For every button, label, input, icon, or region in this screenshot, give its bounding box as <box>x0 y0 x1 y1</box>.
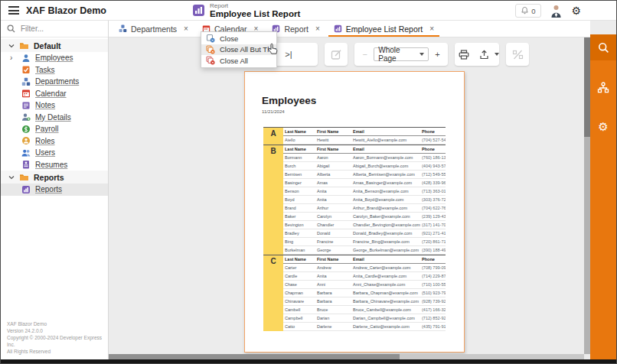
notes-icon <box>21 101 31 110</box>
tab-strip: Departments × Calendar × Report × Employ… <box>109 21 590 37</box>
export-button[interactable] <box>475 43 493 66</box>
table-row: BasingerAmasAmas_Basinger@example.com(42… <box>283 179 446 187</box>
export-dropdown-caret[interactable] <box>495 53 499 56</box>
group-letter: C <box>263 255 283 331</box>
report-page[interactable]: Employees 11/21/2024 A Last NameFirst Na… <box>244 71 465 353</box>
export-options-gear-icon[interactable]: ⚙ <box>590 114 616 140</box>
app-header: XAF Blazor Demo Report Employee List Rep… <box>1 1 616 21</box>
zoom-out-button: − <box>356 43 374 66</box>
edit-icon <box>331 49 342 60</box>
table-row: ChapmanBarbaraBarbara_Chapman@example.co… <box>283 289 446 297</box>
sidebar-item-notes[interactable]: Notes <box>1 99 108 112</box>
about-info: XAF Blazor Demo Version 24.2.0.0 Copyrig… <box>7 320 105 355</box>
sidebar-item-users[interactable]: Users <box>1 147 108 159</box>
table-row: ChinavareBarbaraBarbara_Chinavare@exampl… <box>283 297 446 306</box>
close-tab-icon <box>206 34 215 43</box>
filter-input[interactable] <box>21 24 97 33</box>
document-map-button[interactable] <box>590 74 616 100</box>
search-panel-button[interactable] <box>590 34 616 60</box>
tab-employee-list-report[interactable]: Employee List Report × <box>327 21 441 37</box>
table-row: CampbellDarianDarian_Campbell@example.co… <box>283 314 446 323</box>
sidebar-item-my-details[interactable]: My Details <box>1 112 108 124</box>
resumes-icon <box>21 160 31 169</box>
zoom-in-button[interactable]: + <box>429 43 446 66</box>
zoom-select[interactable]: Whole Page <box>374 47 428 61</box>
roles-icon <box>21 136 31 145</box>
context-menu-close-all-but-this[interactable]: Close All But This <box>201 44 276 56</box>
sidebar-item-resumes[interactable]: Resumes <box>1 159 108 171</box>
table-row: CardleAnitaAnita_Cardle@example.com(714)… <box>283 272 446 281</box>
vertical-scrollbar[interactable] <box>584 37 590 354</box>
employee-table: A Last NameFirst NameEmailPhone AielloHe… <box>263 127 446 331</box>
report-icon <box>21 185 31 194</box>
editing-fields-button <box>325 43 348 66</box>
departments-icon <box>21 77 31 86</box>
context-menu-close[interactable]: Close <box>201 33 276 44</box>
report-icon <box>334 24 342 33</box>
settings-gear-icon[interactable]: ⚙ <box>571 4 581 18</box>
sidebar-item-calendar[interactable]: Calendar <box>1 88 108 100</box>
table-row: BormannAaronAaron_Bormann@example.com(76… <box>283 154 446 162</box>
table-header: Last NameFirst NameEmailPhone <box>283 128 446 136</box>
close-icon[interactable]: × <box>429 24 434 33</box>
departments-icon <box>119 24 127 33</box>
sidebar-item-payroll[interactable]: Payroll <box>1 123 108 135</box>
last-page-button[interactable]: >| <box>279 43 299 66</box>
my-details-icon <box>21 112 31 122</box>
app-title: XAF Blazor Demo <box>26 5 106 16</box>
tab-departments[interactable]: Departments × <box>112 21 195 37</box>
table-row: CambellBruceBruce_Cambell@example.com(41… <box>283 306 446 314</box>
table-row: BensonAnitaAnita_Benson@example.com(713)… <box>283 187 446 196</box>
notification-count: 0 <box>531 7 535 15</box>
close-icon[interactable]: × <box>315 24 320 33</box>
expand-icon[interactable]: › <box>10 54 17 62</box>
calendar-icon <box>21 89 31 98</box>
employees-icon <box>21 54 31 63</box>
sidebar-item-reports[interactable]: Reports <box>1 184 108 196</box>
group-c: C Last NameFirst NameEmailPhone CarterAn… <box>263 255 446 331</box>
table-row: CarterAndrewAndrew_Carter@example.com(70… <box>283 264 446 272</box>
table-row: BerntsenAlbertaAlberta_Berntsen@example.… <box>283 171 446 179</box>
report-title: Employees <box>262 95 316 106</box>
tasks-icon <box>21 65 31 74</box>
mouse-cursor-hand <box>268 43 279 56</box>
chevron-down-icon <box>8 175 15 180</box>
page-title: Employee List Report <box>210 10 300 18</box>
users-icon <box>21 148 31 158</box>
sidebar-item-tasks[interactable]: Tasks <box>1 64 108 76</box>
folder-icon <box>19 41 29 50</box>
print-export-group <box>455 43 499 66</box>
group-b: B Last NameFirst NameEmailPhone BormannA… <box>263 145 446 255</box>
report-icon <box>192 4 205 17</box>
notifications-button[interactable]: 0 <box>515 4 541 18</box>
print-button[interactable] <box>455 43 473 66</box>
sidebar-item-departments[interactable]: Departments <box>1 76 108 88</box>
avatar[interactable] <box>550 5 562 18</box>
sidebar-item-roles[interactable]: Roles <box>1 135 108 148</box>
table-row: ChaseAnniAnni_Chase@example.com(710) 100… <box>283 281 446 289</box>
window-bottom-edge <box>1 359 616 363</box>
zoom-group: − Whole Page + <box>354 43 448 66</box>
group-letter: A <box>263 128 283 145</box>
bell-icon <box>521 7 528 15</box>
table-row: BurchAbigailAbigail_Burch@example.com(40… <box>283 162 446 171</box>
sidebar-item-employees[interactable]: › Employees <box>1 52 108 64</box>
search-toggle-button <box>506 43 529 66</box>
group-letter: B <box>263 145 283 255</box>
chevron-down-icon <box>8 44 15 48</box>
group-a: A Last NameFirst NameEmailPhone AielloHe… <box>263 127 446 145</box>
table-row: BurkelmanGeorgeGeorge_Burkelman@example.… <box>283 246 446 255</box>
context-menu-close-all[interactable]: Close All <box>201 55 276 67</box>
nav-group-reports[interactable]: Reports <box>1 171 108 184</box>
close-all-but-this-icon <box>206 45 215 54</box>
nav-group-default[interactable]: Default <box>1 39 108 52</box>
table-row: BoydAnitaAnita_Boyd@example.com(303) 376… <box>283 196 446 204</box>
zoom-value: Whole Page <box>378 46 414 63</box>
table-row: BingFrancineFrancine_Bing@example.com(72… <box>283 238 446 246</box>
payroll-icon <box>21 125 31 134</box>
hamburger-menu-icon[interactable] <box>8 6 19 15</box>
tab-context-menu: Close Close All But This Close All <box>201 31 277 68</box>
search-icon <box>7 24 15 33</box>
vertical-scrollbar-thumb[interactable] <box>584 37 590 137</box>
close-icon[interactable]: × <box>184 24 188 33</box>
